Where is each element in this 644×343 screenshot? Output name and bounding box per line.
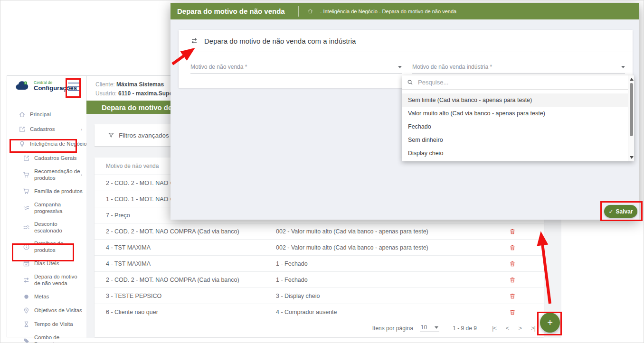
cell-motivo: 3 - TESTE PEPSICO <box>95 293 275 299</box>
pagination-range: 1 - 9 de 9 <box>453 325 477 332</box>
sidebar-item[interactable]: Metas <box>7 290 86 304</box>
pagination-nav-button[interactable]: |< <box>492 324 496 332</box>
save-button[interactable]: ✓ Salvar <box>604 205 637 218</box>
table-row[interactable]: 6 - Cliente não quer 4 - Comprador ausen… <box>95 304 544 320</box>
sidebar-item[interactable]: Objetivos de Visitas <box>7 304 86 317</box>
delete-trash-icon[interactable] <box>509 293 516 299</box>
pagination-nav-button[interactable]: < <box>506 324 509 332</box>
table-row[interactable]: 4 - TST MAXIMA 1 - Fechado <box>95 256 544 272</box>
chevron-icon: › <box>81 127 82 132</box>
breadcrumb: - Inteligência de Negócio - Depara do mo… <box>320 9 456 14</box>
sidebar-item[interactable]: Cadastros › <box>7 122 86 137</box>
delete-trash-icon[interactable] <box>509 260 516 267</box>
delete-trash-icon[interactable] <box>509 228 516 235</box>
check-icon: ✓ <box>608 208 613 215</box>
sidebar-item-icon <box>23 260 30 267</box>
sidebar-item[interactable]: Campanha progressiva <box>7 198 86 218</box>
table-row[interactable]: 2 - COD. 2 - MOT. NAO COMPRA (Cad via ba… <box>95 223 544 240</box>
sidebar-item-icon <box>23 224 30 231</box>
screenshot-canvas: Central de Configurações Cliente: Máxima… <box>0 0 644 343</box>
chevron-icon: ∨ <box>79 142 82 147</box>
sidebar-item-label: Combo de Descontos <box>34 334 84 343</box>
sidebar-item-label: Cadastros <box>30 126 55 133</box>
dropdown-option[interactable]: Valor muito alto (Cad via banco - apenas… <box>402 107 628 120</box>
sidebar-item[interactable]: Desconto escalonado <box>7 218 86 237</box>
cell-motivo: 2 - COD. 2 - MOT. NAO COMPRA (Cad via ba… <box>95 277 275 283</box>
modal-title: Depara do motivo de não venda <box>177 7 285 15</box>
sidebar-item[interactable]: Combo de Descontos <box>7 331 86 343</box>
modal-title-bar: Depara do motivo de não venda - Inteligê… <box>170 3 639 19</box>
chevron-icon: › <box>81 173 82 177</box>
dropdown-option[interactable]: Sem limite (Cad via banco - apenas para … <box>402 93 628 107</box>
search-icon <box>407 79 413 85</box>
sidebar-item-icon <box>23 204 30 212</box>
sidebar-item-icon <box>23 243 30 250</box>
cell-motivo: 6 - Cliente não quer <box>95 309 275 315</box>
scroll-up-icon[interactable] <box>630 78 634 81</box>
sidebar-item-icon <box>23 337 30 343</box>
items-per-page-select[interactable]: 10 <box>420 324 439 332</box>
sidebar-item-label: Desconto escalonado <box>34 221 84 234</box>
sidebar-item[interactable]: Principal <box>7 107 86 122</box>
sidebar-item-icon <box>23 307 30 314</box>
plus-icon: + <box>547 317 553 328</box>
sidebar-item[interactable]: Detalhes de produtos <box>7 237 86 257</box>
filter-icon <box>108 132 114 139</box>
dropdown-search-row <box>402 75 634 90</box>
search-input[interactable] <box>417 78 597 86</box>
pagination-nav-button[interactable]: > <box>518 324 521 332</box>
dropdown-option[interactable]: Sem dinheiro <box>402 133 628 147</box>
scrollbar-thumb[interactable] <box>630 83 633 136</box>
home-icon[interactable] <box>307 8 313 14</box>
sidebar-item-icon <box>19 140 26 148</box>
hamburger-menu-icon[interactable] <box>68 82 80 92</box>
motivo-nao-venda-select[interactable]: Motivo de não venda * <box>190 62 402 81</box>
user-label: Usuário: <box>95 90 117 97</box>
delete-trash-icon[interactable] <box>509 309 516 315</box>
cell-industria: 4 - Comprador ausente <box>275 309 498 315</box>
scroll-down-icon[interactable] <box>630 156 634 159</box>
sidebar-item[interactable]: Tempo de Visita <box>7 317 86 331</box>
delete-trash-icon[interactable] <box>509 244 516 251</box>
swap-arrows-icon <box>190 37 198 45</box>
pagination-nav-button[interactable]: >| <box>531 324 535 332</box>
modal-card-header: Depara do motivo de não venda com a indú… <box>179 30 633 52</box>
sidebar-item-icon <box>23 293 30 300</box>
sidebar-item[interactable]: Inteligência de Negócio ∨ <box>7 137 86 151</box>
sidebar-item[interactable]: Cadastros Gerais <box>7 151 86 165</box>
sidebar-item-label: Recomendação de produtos <box>34 168 84 181</box>
sidebar-item-label: Família de produtos <box>34 188 83 195</box>
sidebar-item-label: Detalhes de produtos <box>34 241 84 253</box>
sidebar-item-label: Objetivos de Visitas <box>34 307 82 314</box>
client-label: Cliente: <box>95 81 115 88</box>
table-row[interactable]: 2 - COD. 2 - MOT. NAO COMPRA (Cad via ba… <box>95 272 544 288</box>
industria-dropdown-panel: Sem limite (Cad via banco - apenas para … <box>402 75 634 161</box>
dropdown-option[interactable]: Fechado <box>402 120 628 133</box>
sidebar-item-label: Principal <box>30 111 51 118</box>
sidebar-item[interactable]: Família de produtos <box>7 185 86 198</box>
dropdown-option[interactable]: Display cheio <box>402 147 628 160</box>
cell-motivo: 4 - TST MAXIMA <box>95 244 275 251</box>
delete-trash-icon[interactable] <box>509 277 516 283</box>
sidebar-item-label: Tempo de Visita <box>34 321 73 328</box>
dropdown-caret-icon <box>435 326 438 329</box>
items-per-page-label: Itens por página <box>372 325 413 332</box>
add-button-fab[interactable]: + <box>540 313 560 333</box>
sidebar-item-icon <box>23 155 30 162</box>
sidebar-item[interactable]: Recomendação de produtos › <box>7 165 86 185</box>
sidebar-item-icon <box>23 171 30 178</box>
dropdown-scrollbar[interactable] <box>628 75 634 161</box>
cell-industria: 3 - Display cheio <box>275 293 498 299</box>
pagination-nav: |<<>>| <box>492 324 535 332</box>
sidebar-item[interactable]: Dias Úteis <box>7 257 86 270</box>
sidebar-item[interactable]: Depara do motivo de não venda <box>7 270 86 290</box>
field1-label: Motivo de não venda * <box>190 64 247 70</box>
table-row[interactable]: 4 - TST MAXIMA 002 - Valor muito alto (C… <box>95 240 544 256</box>
field2-label: Motivo de não venda indústria * <box>412 64 492 70</box>
filters-label: Filtros avançados <box>119 132 169 139</box>
save-button-label: Salvar <box>616 208 633 215</box>
table-row[interactable]: 3 - TESTE PEPSICO 3 - Display cheio <box>95 288 544 304</box>
sidebar-item-icon <box>19 111 26 118</box>
cell-industria: 1 - Fechado <box>275 260 498 267</box>
cloud-logo-icon <box>15 80 31 92</box>
